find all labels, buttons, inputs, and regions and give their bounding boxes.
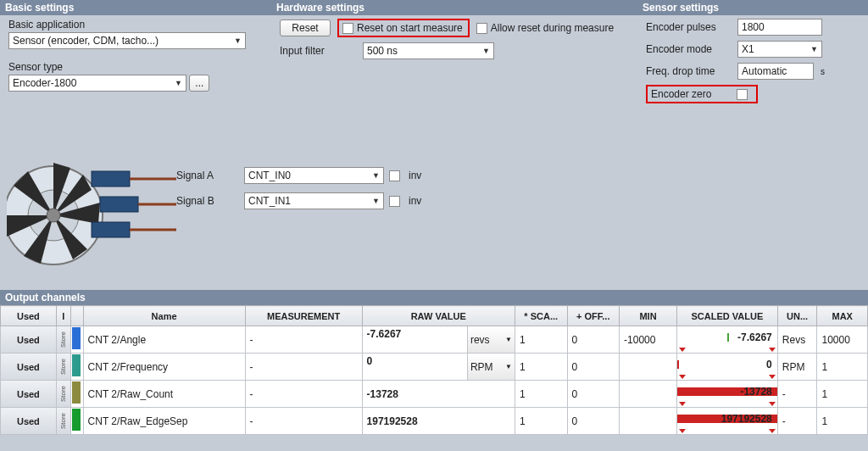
col-used[interactable]: Used — [1, 306, 57, 326]
signal-a-value: CNT_IN0 — [248, 170, 291, 181]
col-name[interactable]: Name — [83, 306, 245, 326]
offset-value[interactable]: 0 — [568, 414, 620, 429]
channel-name: CNT 2/Raw_EdgeSep — [84, 414, 245, 429]
header-sensor: Sensor settings — [637, 0, 868, 15]
freq-drop-unit: s — [821, 67, 825, 76]
col-max[interactable]: MAX — [817, 306, 868, 326]
col-scaled[interactable]: SCALED VALUE — [676, 306, 777, 326]
scaled-value-cell: 0 — [677, 354, 777, 380]
signal-b-label: Signal B — [176, 188, 244, 214]
col-color[interactable] — [70, 306, 83, 326]
measurement: - — [246, 387, 362, 402]
encoder-mode-value: X1 — [742, 43, 754, 55]
scaled-value-cell: -7.6267 — [677, 326, 777, 353]
store-toggle[interactable]: Store — [57, 326, 70, 353]
store-toggle[interactable]: Store — [57, 408, 70, 434]
svg-point-2 — [47, 209, 60, 222]
col-measurement[interactable]: MEASUREMENT — [245, 306, 362, 326]
table-row: Used Store CNT 2/Frequency - 0RPM▼ 1 0 0… — [1, 354, 868, 381]
raw-value: 0 — [363, 354, 467, 380]
channel-name: CNT 2/Angle — [84, 332, 245, 348]
chevron-down-icon: ▼ — [372, 197, 380, 205]
min-value — [620, 393, 676, 396]
used-toggle[interactable]: Used — [1, 408, 56, 434]
scale-factor[interactable]: 1 — [515, 332, 567, 348]
raw-value: -7.6267 — [363, 326, 467, 353]
sensor-type-dropdown[interactable]: Encoder-1800 ▼ — [8, 75, 186, 92]
store-toggle[interactable]: Store — [57, 381, 70, 407]
sensor-type-label: Sensor type — [8, 61, 63, 73]
store-toggle[interactable]: Store — [57, 354, 70, 380]
encoder-mode-dropdown[interactable]: X1 ▼ — [737, 41, 822, 58]
panel-basic-settings: Basic application Sensor (encoder, CDM, … — [0, 15, 271, 115]
offset-value[interactable]: 0 — [568, 332, 620, 348]
min-value — [620, 420, 676, 423]
chevron-down-icon: ▼ — [505, 363, 512, 370]
chevron-down-icon: ▼ — [810, 45, 818, 53]
signal-a-inv-checkbox[interactable] — [389, 170, 400, 181]
col-raw-value[interactable]: RAW VALUE — [362, 306, 515, 326]
reset-on-start-highlight: Reset on start measure — [337, 19, 470, 37]
used-toggle[interactable]: Used — [1, 381, 56, 407]
sensor-type-value: Encoder-1800 — [13, 77, 76, 89]
raw-value: 197192528 — [363, 414, 515, 429]
offset-value[interactable]: 0 — [568, 387, 620, 402]
scale-factor[interactable]: 1 — [515, 387, 567, 402]
raw-value: -13728 — [363, 387, 515, 402]
scale-factor[interactable]: 1 — [515, 359, 567, 375]
encoder-pulses-input[interactable]: 1800 — [737, 19, 822, 36]
col-off[interactable]: + OFF... — [567, 306, 620, 326]
input-filter-dropdown[interactable]: 500 ns ▼ — [363, 42, 494, 59]
max-value: 1 — [817, 387, 867, 402]
output-channels-table: Used I Name MEASUREMENT RAW VALUE * SCA.… — [0, 305, 868, 435]
freq-drop-input[interactable]: Automatic — [737, 63, 814, 80]
unit-value: - — [778, 414, 817, 429]
chevron-down-icon: ▼ — [505, 336, 512, 343]
unit-value: Revs — [778, 332, 817, 348]
basic-application-dropdown[interactable]: Sensor (encoder, CDM, tacho...) ▼ — [8, 32, 246, 49]
raw-unit-dropdown[interactable]: RPM▼ — [467, 354, 515, 380]
header-output: Output channels — [0, 290, 868, 305]
col-store[interactable]: I — [56, 306, 70, 326]
svg-rect-4 — [100, 197, 138, 212]
chevron-down-icon: ▼ — [175, 79, 182, 87]
col-unit[interactable]: UN... — [777, 306, 817, 326]
signal-b-dropdown[interactable]: CNT_IN1 ▼ — [244, 192, 384, 209]
scale-factor[interactable]: 1 — [515, 414, 567, 429]
table-row: Used Store CNT 2/Raw_EdgeSep - 197192528… — [1, 408, 868, 435]
channel-color-swatch[interactable] — [72, 354, 81, 376]
min-value: -10000 — [620, 332, 676, 348]
reset-on-start-checkbox[interactable] — [342, 23, 353, 34]
signal-a-dropdown[interactable]: CNT_IN0 ▼ — [244, 167, 384, 184]
max-value: 1 — [817, 414, 867, 429]
input-filter-label: Input filter — [280, 45, 356, 57]
col-min[interactable]: MIN — [620, 306, 677, 326]
used-toggle[interactable]: Used — [1, 326, 56, 353]
max-value: 1 — [817, 359, 867, 375]
channel-color-swatch[interactable] — [72, 327, 81, 349]
encoder-zero-checkbox[interactable] — [737, 89, 748, 100]
allow-reset-checkbox[interactable] — [476, 23, 487, 34]
basic-application-value: Sensor (encoder, CDM, tacho...) — [13, 35, 159, 47]
signal-b-inv-checkbox[interactable] — [389, 196, 400, 207]
encoder-illustration — [0, 149, 176, 276]
signal-a-inv-label: inv — [409, 170, 421, 181]
channel-color-swatch[interactable] — [72, 409, 81, 431]
basic-application-label: Basic application — [8, 19, 85, 31]
encoder-zero-label: Encoder zero — [651, 88, 730, 100]
unit-value: RPM — [778, 359, 817, 375]
min-value — [620, 365, 676, 369]
used-toggle[interactable]: Used — [1, 354, 56, 380]
sensor-type-more-button[interactable]: ... — [189, 75, 209, 92]
max-value: 10000 — [817, 332, 867, 348]
chevron-down-icon: ▼ — [372, 171, 380, 180]
col-sca[interactable]: * SCA... — [515, 306, 567, 326]
offset-value[interactable]: 0 — [568, 359, 620, 375]
scaled-value-cell: -13728 — [677, 381, 777, 407]
reset-button[interactable]: Reset — [280, 19, 331, 36]
channel-color-swatch[interactable] — [72, 381, 81, 404]
channel-name: CNT 2/Frequency — [84, 359, 245, 375]
panel-sensor-settings: Encoder pulses 1800 Encoder mode X1 ▼ Fr… — [637, 15, 868, 115]
chevron-down-icon: ▼ — [234, 36, 242, 45]
raw-unit-dropdown[interactable]: revs▼ — [467, 326, 515, 353]
